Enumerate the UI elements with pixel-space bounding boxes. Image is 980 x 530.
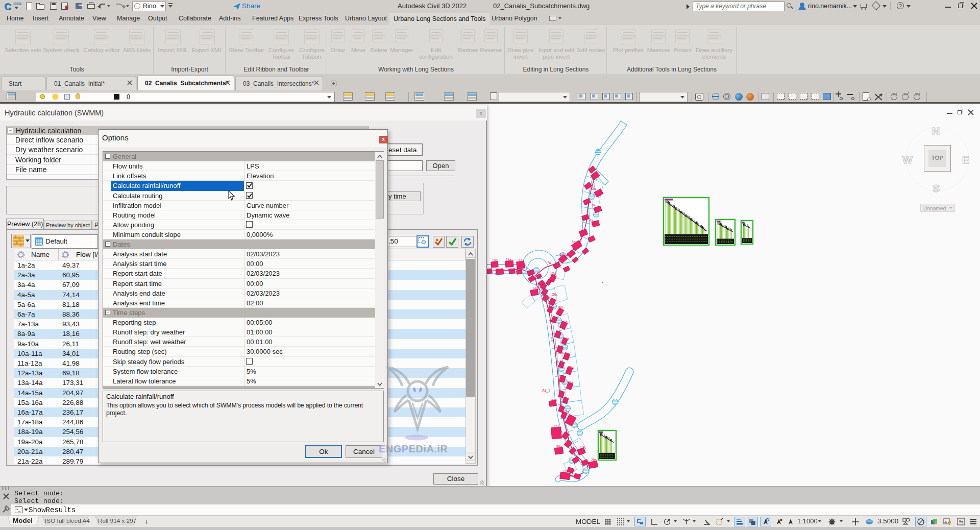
- svg-text:A1-1: A1-1: [495, 272, 502, 276]
- svg-text:16a: 16a: [557, 305, 563, 309]
- svg-text:23a: 23a: [564, 410, 569, 414]
- svg-text:12a: 12a: [519, 259, 524, 262]
- svg-text:19a: 19a: [558, 351, 564, 354]
- svg-text:11a: 11a: [506, 258, 511, 261]
- svg-text:5a: 5a: [572, 240, 576, 244]
- svg-text:15a: 15a: [551, 293, 557, 296]
- svg-text:20a: 20a: [568, 366, 574, 369]
- svg-text:14a: 14a: [532, 286, 538, 290]
- svg-text:25a: 25a: [554, 425, 559, 428]
- svg-text:3a: 3a: [591, 203, 595, 207]
- svg-text:18a: 18a: [564, 337, 569, 341]
- svg-text:7a: 7a: [547, 261, 551, 264]
- svg-text:2a: 2a: [592, 187, 596, 190]
- svg-text:21a: 21a: [568, 381, 573, 384]
- svg-text:10a: 10a: [492, 258, 498, 262]
- svg-text:27a: 27a: [579, 445, 585, 449]
- svg-text:28a: 28a: [591, 458, 597, 462]
- svg-text:17a: 17a: [562, 320, 568, 324]
- svg-text:26a: 26a: [556, 445, 562, 448]
- svg-text:13a: 13a: [550, 272, 556, 275]
- svg-text:6a: 6a: [559, 253, 564, 256]
- svg-text:29a: 29a: [562, 469, 568, 473]
- svg-text:4a: 4a: [590, 219, 594, 222]
- svg-text:22a: 22a: [551, 398, 557, 402]
- svg-text:ENGPEDiA.iR: ENGPEDiA.iR: [379, 443, 448, 454]
- svg-text:1a: 1a: [590, 170, 594, 173]
- svg-text:A3_2: A3_2: [542, 389, 550, 393]
